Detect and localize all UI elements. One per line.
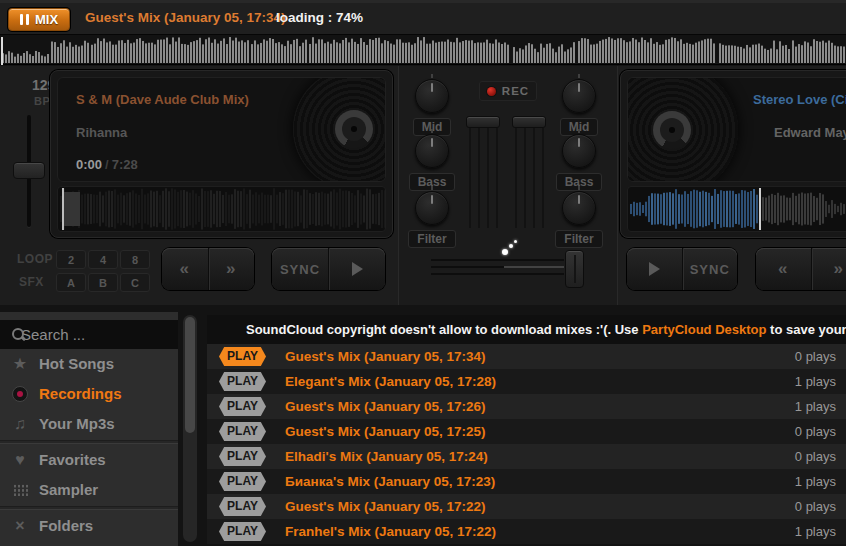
- sfx-label: SFX: [19, 275, 44, 289]
- sidebar-scrollbar-track[interactable]: [183, 315, 197, 542]
- left-deck-waveform[interactable]: [57, 186, 386, 232]
- sidebar-item-label: Hot Songs: [39, 355, 114, 372]
- sidebar-items: ★Hot SongsRecordings♫Your Mp3s♥Favorites…: [0, 349, 178, 541]
- right-deck-waveform[interactable]: [627, 186, 846, 232]
- play-count: 1 plays: [795, 469, 836, 494]
- recording-row[interactable]: PLAYGuest's Mix (January 05, 17:25)0 pla…: [207, 419, 846, 444]
- crossfader-handle[interactable]: [565, 250, 584, 288]
- loop-label: LOOP: [17, 252, 53, 266]
- recordings-list: SoundCloud copyright doesn't allow to do…: [207, 315, 846, 546]
- recording-title: Guest's Mix (January 05, 17:26): [285, 394, 486, 419]
- right-filter-knob[interactable]: [562, 191, 596, 225]
- right-deck-info: Stereo Love (Ci Edward May: [627, 77, 846, 182]
- right-volume-fader[interactable]: [512, 116, 546, 128]
- left-volume-fader[interactable]: [466, 116, 500, 128]
- loop-2-button[interactable]: 2: [56, 250, 86, 269]
- play-button[interactable]: PLAY: [219, 422, 266, 441]
- play-button[interactable]: PLAY: [219, 447, 266, 466]
- deck-section: 129.0 BPM S & M (Dave Aude Club Mix) Rih…: [0, 66, 846, 305]
- loop-4-button[interactable]: 4: [88, 250, 118, 269]
- recording-row[interactable]: PLAYGuest's Mix (January 05, 17:22)0 pla…: [207, 494, 846, 519]
- sidebar-item-label: Recordings: [39, 385, 122, 402]
- record-label: REC: [502, 85, 529, 97]
- left-volume-track: [469, 128, 499, 228]
- play-button[interactable]: PLAY: [219, 472, 266, 491]
- left-deck-panel: S & M (Dave Aude Club Mix) Rihanna 0:00/…: [50, 70, 393, 238]
- right-forward-button[interactable]: »: [811, 248, 846, 290]
- right-sync-button[interactable]: SYNC: [682, 248, 738, 290]
- play-count: 0 plays: [795, 344, 836, 369]
- left-track-time: 0:00/7:28: [76, 157, 138, 172]
- sidebar-item-favorites[interactable]: ♥Favorites: [0, 445, 178, 475]
- left-filter-knob[interactable]: [415, 191, 449, 225]
- left-mid-knob[interactable]: [415, 79, 449, 113]
- play-count: 0 plays: [795, 444, 836, 469]
- play-icon: [649, 262, 660, 276]
- right-deck-panel: Stereo Love (Ci Edward May: [620, 70, 846, 238]
- right-bass-knob[interactable]: [562, 134, 596, 168]
- play-button[interactable]: PLAY: [219, 497, 266, 516]
- recording-row[interactable]: PLAYGuest's Mix (January 05, 17:34)0 pla…: [207, 344, 846, 369]
- sidebar-scrollbar-thumb[interactable]: [185, 317, 195, 433]
- heart-icon: ♥: [9, 445, 31, 475]
- recording-row[interactable]: PLAYБианка's Mix (January 05, 17:23)1 pl…: [207, 469, 846, 494]
- left-seek-group: « »: [162, 248, 254, 290]
- mix-button-label: MIX: [35, 12, 58, 27]
- sampler-grid-icon: [9, 475, 31, 505]
- loading-status: loading : 74%: [276, 0, 363, 35]
- right-rewind-button[interactable]: «: [756, 248, 811, 290]
- recording-row[interactable]: PLAYGuest's Mix (January 05, 17:26)1 pla…: [207, 394, 846, 419]
- left-pitch-slider[interactable]: [13, 162, 45, 179]
- recording-title: Guest's Mix (January 05, 17:22): [285, 494, 486, 519]
- sidebar-item-label: Your Mp3s: [39, 415, 115, 432]
- left-time-current: 0:00: [76, 157, 102, 172]
- recording-title: Elhadi's Mix (January 05, 17:24): [285, 444, 488, 469]
- sidebar-item-label: Favorites: [39, 451, 106, 468]
- right-vinyl-icon[interactable]: [627, 77, 738, 182]
- mix-pause-button[interactable]: MIX: [8, 8, 70, 31]
- sidebar-item-your-mp3s[interactable]: ♫Your Mp3s: [0, 409, 178, 439]
- right-track-artist: Edward May: [774, 125, 846, 140]
- recording-title: Franhel's Mix (January 05, 17:22): [285, 519, 496, 544]
- star-icon: ★: [9, 349, 31, 379]
- sfx-b-button[interactable]: B: [88, 273, 118, 292]
- sidebar-item-hot-songs[interactable]: ★Hot Songs: [0, 349, 178, 379]
- play-icon: [352, 262, 363, 276]
- left-deck-info: S & M (Dave Aude Club Mix) Rihanna 0:00/…: [57, 77, 386, 182]
- sidebar-item-folders[interactable]: ×Folders: [0, 511, 178, 541]
- play-button[interactable]: PLAY: [219, 372, 266, 391]
- left-forward-button[interactable]: »: [208, 248, 255, 290]
- right-mid-knob[interactable]: [562, 79, 596, 113]
- left-rewind-button[interactable]: «: [162, 248, 208, 290]
- record-icon: [487, 87, 496, 96]
- loop-8-button[interactable]: 8: [120, 250, 150, 269]
- play-button[interactable]: PLAY: [219, 397, 266, 416]
- recording-title: Guest's Mix (January 05, 17:34): [285, 344, 486, 369]
- partycloud-desktop-link[interactable]: PartyCloud Desktop: [642, 322, 766, 337]
- library-section: ★Hot SongsRecordings♫Your Mp3s♥Favorites…: [0, 305, 846, 546]
- copyright-notice: SoundCloud copyright doesn't allow to do…: [207, 315, 846, 344]
- left-track-title: S & M (Dave Aude Club Mix): [76, 92, 249, 107]
- left-bass-knob[interactable]: [415, 134, 449, 168]
- sfx-c-button[interactable]: C: [120, 273, 150, 292]
- play-count: 1 plays: [795, 519, 836, 544]
- recordings-rows: PLAYGuest's Mix (January 05, 17:34)0 pla…: [207, 344, 846, 544]
- play-count: 1 plays: [795, 394, 836, 419]
- play-button[interactable]: PLAY: [219, 347, 266, 366]
- current-mix-title: Guest's Mix (January 05, 17:34): [85, 0, 286, 35]
- recording-row[interactable]: PLAYElhadi's Mix (January 05, 17:24)0 pl…: [207, 444, 846, 469]
- sidebar-item-recordings[interactable]: Recordings: [0, 379, 178, 409]
- record-button[interactable]: REC: [479, 81, 537, 101]
- search-row: [0, 320, 178, 349]
- right-play-button[interactable]: [627, 248, 682, 290]
- recording-row[interactable]: PLAYElegant's Mix (January 05, 17:28)1 p…: [207, 369, 846, 394]
- mix-timeline-waveform[interactable]: [0, 35, 846, 65]
- sfx-a-button[interactable]: A: [56, 273, 86, 292]
- recording-title: Бианка's Mix (January 05, 17:23): [285, 469, 495, 494]
- left-play-button[interactable]: [328, 248, 385, 290]
- recording-row[interactable]: PLAYFranhel's Mix (January 05, 17:22)1 p…: [207, 519, 846, 544]
- play-button[interactable]: PLAY: [219, 522, 266, 541]
- sidebar-item-sampler[interactable]: Sampler: [0, 475, 178, 505]
- left-vinyl-icon[interactable]: [293, 77, 386, 182]
- left-sync-button[interactable]: SYNC: [272, 248, 328, 290]
